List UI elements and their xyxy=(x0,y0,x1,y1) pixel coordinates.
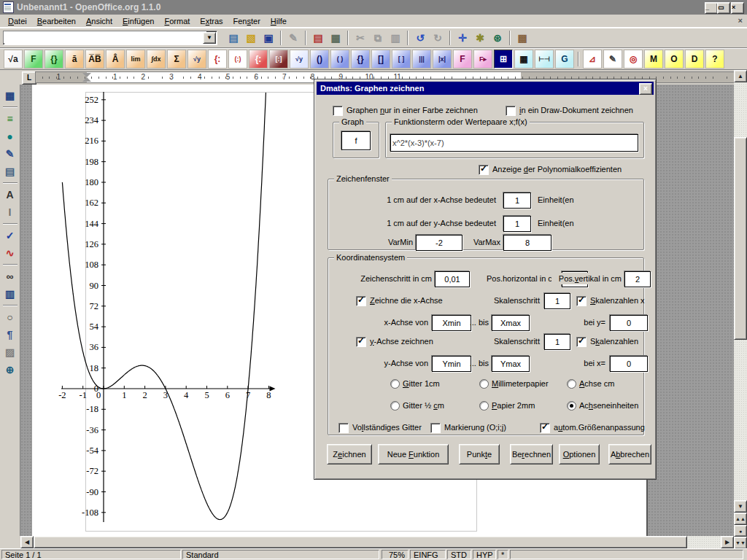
gallery-icon[interactable]: ▩ xyxy=(514,30,530,46)
tab-selector[interactable]: L xyxy=(22,71,36,85)
x-axis-to-field[interactable] xyxy=(492,315,530,331)
menu-extras[interactable]: Extras xyxy=(195,16,228,26)
f-pointer-icon[interactable]: F▸ xyxy=(473,50,492,69)
brackets-wide-icon[interactable]: [ ] xyxy=(392,50,411,69)
paper-2mm-radio[interactable] xyxy=(479,401,489,411)
insert-fields-icon[interactable]: ≡ xyxy=(2,111,18,127)
x-scale-field[interactable] xyxy=(503,192,531,209)
draw-step-field[interactable] xyxy=(435,271,470,287)
draw-icon[interactable]: ✎ xyxy=(603,50,622,69)
abs-value-icon[interactable]: |x| xyxy=(433,50,452,69)
status-selection-mode[interactable]: STD xyxy=(447,550,471,559)
url-input[interactable] xyxy=(4,31,206,43)
limit-icon[interactable]: lim xyxy=(126,50,145,69)
dmaths-help-icon[interactable]: ? xyxy=(705,50,724,69)
copy-icon[interactable]: ⧉ xyxy=(370,30,386,46)
sqrt-a-icon[interactable]: √a xyxy=(4,50,23,69)
nth-root-icon[interactable]: √y xyxy=(187,50,206,69)
undo-icon[interactable]: ↺ xyxy=(412,30,428,46)
parens-icon[interactable]: () xyxy=(310,50,329,69)
spellcheck-icon[interactable]: ✓ xyxy=(2,228,18,244)
autotext-icon[interactable]: A xyxy=(2,187,18,203)
status-pagestyle[interactable]: Standard xyxy=(182,550,379,559)
grid-icon[interactable]: ▦ xyxy=(514,50,533,69)
root-blue-icon[interactable]: √y xyxy=(290,50,309,69)
menu-einfuegen[interactable]: Einfügen xyxy=(117,16,159,26)
menu-bearbeiten[interactable]: Bearbeiten xyxy=(32,16,81,26)
hyperlink-icon[interactable]: ⊛ xyxy=(489,30,506,46)
single-color-checkbox[interactable] xyxy=(333,106,343,116)
axis-segment-icon[interactable]: ⊢⊣ xyxy=(535,50,554,69)
status-insert-mode[interactable]: EINFG xyxy=(410,550,446,559)
draw-document-checkbox[interactable] xyxy=(506,106,516,116)
insert-cursor-icon[interactable]: I xyxy=(2,204,18,220)
draw-x-axis-checkbox[interactable] xyxy=(356,296,366,306)
menu-datei[interactable]: Datei xyxy=(3,16,32,26)
save-icon[interactable]: ▣ xyxy=(260,30,276,46)
menu-hilfe[interactable]: Hilfe xyxy=(266,16,292,26)
g-graph-icon[interactable]: G xyxy=(555,50,574,69)
close-button[interactable]: × xyxy=(731,2,744,14)
grid-half-cm-radio[interactable] xyxy=(390,401,400,411)
scroll-down-icon[interactable]: ▼ xyxy=(734,500,747,513)
scale-step-y-field[interactable] xyxy=(544,334,570,350)
system-paren-icon[interactable]: (:) xyxy=(228,50,247,69)
navigation-icon[interactable]: ● xyxy=(734,525,747,537)
axis-cm-radio[interactable] xyxy=(567,379,576,389)
marking-checkbox[interactable] xyxy=(430,423,441,433)
at-x-field[interactable] xyxy=(610,356,648,372)
edit-file-icon[interactable]: ✎ xyxy=(285,30,301,46)
cancel-button[interactable]: Abbrechen xyxy=(608,444,651,464)
new-function-button[interactable]: Neue Funktion xyxy=(378,444,449,464)
horizontal-scrollbar[interactable]: ◀ ▶ xyxy=(20,536,734,548)
minimize-button[interactable]: _ xyxy=(705,2,718,14)
angle-icon[interactable]: Â xyxy=(106,50,125,69)
f-pink-icon[interactable]: F xyxy=(453,50,472,69)
data-sources-icon[interactable]: ▥ xyxy=(2,286,18,302)
vertical-scrollbar[interactable]: ▲ ▼ ▲▲ ● ▼▼ xyxy=(734,70,747,548)
nonprinting-chars-icon[interactable]: ¶ xyxy=(2,327,18,343)
draw-y-axis-checkbox[interactable] xyxy=(356,337,366,347)
scroll-right-icon[interactable]: ▶ xyxy=(721,536,734,548)
export-pdf-icon[interactable]: ▤ xyxy=(310,30,326,46)
scroll-up-icon[interactable]: ▲ xyxy=(734,70,747,82)
dialog-close-icon[interactable]: × xyxy=(639,83,652,95)
navigator-icon[interactable]: ✛ xyxy=(454,30,471,46)
menu-fenster[interactable]: Fenster xyxy=(228,16,266,26)
stylist-icon[interactable]: ✱ xyxy=(472,30,488,46)
redo-icon[interactable]: ↻ xyxy=(430,30,446,46)
millimeter-paper-radio[interactable] xyxy=(479,379,489,389)
graph-name-field[interactable] xyxy=(341,131,371,150)
next-page-icon[interactable]: ▼▼ xyxy=(734,537,747,549)
dialog-title-bar[interactable]: Dmaths: Graphen zeichnen × xyxy=(317,82,654,95)
vector-icon[interactable]: ā xyxy=(65,50,84,69)
print-icon[interactable]: ▦ xyxy=(328,30,344,46)
form-icon[interactable]: ▤ xyxy=(2,163,18,179)
paste-icon[interactable]: ▥ xyxy=(387,30,403,46)
options-button[interactable]: Optionen xyxy=(559,444,600,464)
insert-table-icon[interactable]: ▦ xyxy=(2,88,18,104)
autospellcheck-icon[interactable]: ∿ xyxy=(2,245,18,261)
document-close-icon[interactable]: × xyxy=(738,16,743,25)
scroll-left-icon[interactable]: ◀ xyxy=(20,536,34,548)
restore-button[interactable]: ▭ xyxy=(717,2,730,14)
scale-numbers-x-checkbox[interactable] xyxy=(576,296,587,306)
macro-o-icon[interactable]: O xyxy=(665,50,684,69)
at-y-field[interactable] xyxy=(610,315,648,331)
new-document-icon[interactable]: ▤ xyxy=(225,30,241,46)
combobox-dropdown-icon[interactable]: ▼ xyxy=(203,32,216,44)
graphics-toggle-icon[interactable]: ▨ xyxy=(2,344,18,360)
parens-wide-icon[interactable]: ( ) xyxy=(330,50,349,69)
online-layout-icon[interactable]: ⊕ xyxy=(2,362,18,378)
zoom-icon[interactable]: ○ xyxy=(2,309,18,325)
polynomial-coefficients-checkbox[interactable] xyxy=(479,165,489,175)
menu-format[interactable]: Format xyxy=(159,16,195,26)
y-axis-to-field[interactable] xyxy=(492,356,530,372)
set-braces-icon[interactable]: {} xyxy=(44,50,63,69)
url-combobox[interactable]: ▼ xyxy=(3,31,217,45)
status-hyperlink-mode[interactable]: HYP xyxy=(473,550,496,559)
geometry-icon[interactable]: ⊿ xyxy=(583,50,602,69)
calculate-button[interactable]: Berechnen xyxy=(510,444,553,464)
scale-step-x-field[interactable] xyxy=(544,293,570,309)
y-scale-field[interactable] xyxy=(503,216,531,232)
